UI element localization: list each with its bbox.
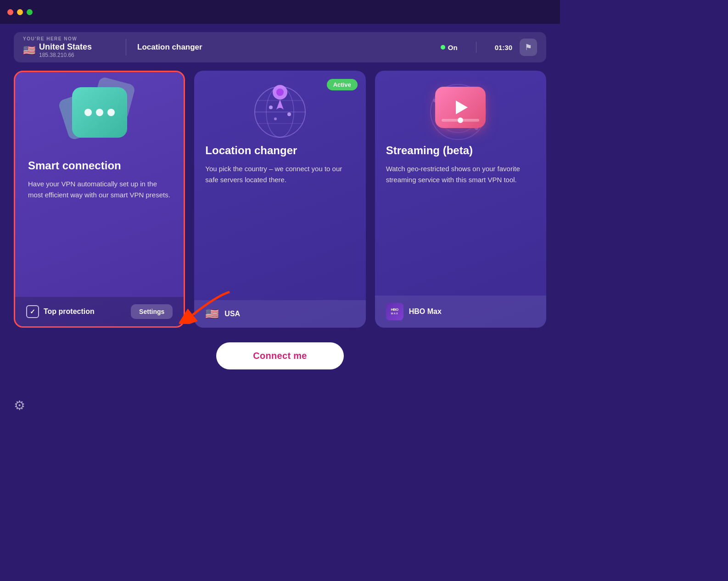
svg-point-5 xyxy=(107,109,115,116)
streaming-service-row: HBO MAX HBO Max xyxy=(375,296,546,328)
play-triangle-icon xyxy=(451,98,470,117)
here-now-label: YOU'RE HERE NOW xyxy=(23,36,115,41)
shield-stack xyxy=(58,76,141,147)
globe-svg xyxy=(248,73,312,142)
settings-button[interactable]: Settings xyxy=(131,304,173,319)
location-flag: 🇺🇸 xyxy=(205,307,219,320)
hbo-logo: HBO MAX xyxy=(386,303,403,320)
country-ip: 185.38.210.66 xyxy=(39,52,92,58)
status-divider-2 xyxy=(476,42,476,53)
smart-connection-body: Smart connection Have your VPN automatic… xyxy=(15,150,184,296)
streaming-body: Streaming (beta) Watch geo-restricted sh… xyxy=(375,144,546,296)
location-country-row: 🇺🇸 USA xyxy=(194,300,365,328)
active-badge: Active xyxy=(327,79,358,90)
svg-point-14 xyxy=(287,112,291,116)
feature-cards-grid: Smart connection Have your VPN automatic… xyxy=(0,71,560,328)
svg-marker-21 xyxy=(456,101,468,114)
location-changer-card[interactable]: Active Location changer You pic xyxy=(194,71,365,328)
status-on-label: On xyxy=(448,44,458,51)
progress-dot-graphic xyxy=(458,117,463,123)
protection-label-group: ✓ Top protection xyxy=(26,305,95,318)
smart-connection-card[interactable]: Smart connection Have your VPN automatic… xyxy=(14,71,185,328)
svg-point-13 xyxy=(269,106,273,109)
streaming-card[interactable]: Streaming (beta) Watch geo-restricted sh… xyxy=(375,71,546,328)
status-dot xyxy=(441,45,445,50)
streaming-illustration xyxy=(375,71,546,144)
active-feature-label: Location changer xyxy=(137,43,441,52)
status-location: YOU'RE HERE NOW 🇺🇸 United States 185.38.… xyxy=(23,36,115,58)
connection-status: On xyxy=(441,44,458,51)
location-changer-desc: You pick the country – we connect you to… xyxy=(205,163,354,185)
streaming-service-name: HBO Max xyxy=(409,307,442,316)
connect-me-button[interactable]: Connect me xyxy=(216,342,343,369)
svg-point-15 xyxy=(274,117,277,120)
svg-point-12 xyxy=(276,89,284,96)
status-indicators: On 01:30 ⚑ xyxy=(441,39,537,56)
streaming-desc: Watch geo-restricted shows on your favor… xyxy=(386,163,535,185)
gear-settings-icon[interactable]: ⚙ xyxy=(14,398,25,413)
play-button-graphic xyxy=(435,87,486,128)
smart-connection-desc: Have your VPN automatically set up in th… xyxy=(28,179,171,287)
titlebar xyxy=(0,0,560,24)
country-name: United States xyxy=(39,42,92,52)
svg-point-3 xyxy=(84,109,92,116)
statusbar: YOU'RE HERE NOW 🇺🇸 United States 185.38.… xyxy=(14,32,546,62)
flag-button[interactable]: ⚑ xyxy=(520,39,537,56)
country-flag: 🇺🇸 xyxy=(23,45,35,56)
protection-label: Top protection xyxy=(44,307,95,316)
location-country-name: USA xyxy=(224,310,240,318)
connect-section: Connect me xyxy=(0,337,560,379)
location-changer-body: Location changer You pick the country – … xyxy=(194,144,365,300)
protection-shield-icon: ✓ xyxy=(26,305,39,318)
svg-point-4 xyxy=(96,109,103,116)
location-changer-title: Location changer xyxy=(205,144,354,157)
statusbar-divider xyxy=(126,39,126,56)
connection-timer: 01:30 xyxy=(495,44,512,51)
smart-connection-title: Smart connection xyxy=(28,159,171,172)
shield-background-shapes xyxy=(58,76,141,149)
smart-connection-footer: ✓ Top protection Settings xyxy=(15,296,184,326)
bottom-settings-bar: ⚙ xyxy=(14,398,25,413)
play-icon-wrapper xyxy=(435,87,486,128)
smart-connection-illustration xyxy=(15,72,184,150)
minimize-button[interactable] xyxy=(17,9,23,15)
close-button[interactable] xyxy=(7,9,13,15)
maximize-button[interactable] xyxy=(27,9,33,15)
country-info: 🇺🇸 United States 185.38.210.66 xyxy=(23,42,115,58)
